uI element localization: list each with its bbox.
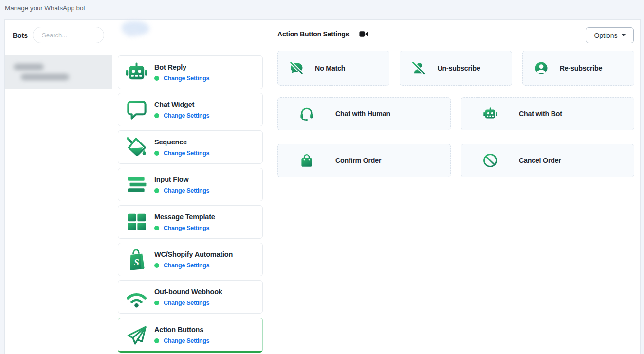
action-card-no-match[interactable]: No Match — [277, 51, 389, 86]
action-card-cancel-order[interactable]: Cancel Order — [461, 144, 634, 177]
comment-icon — [118, 98, 154, 121]
blurred-logo — [122, 21, 149, 35]
user-circle-icon — [523, 61, 560, 75]
main-container: Bots Bot Reply Change Settings Chat Wi — [4, 19, 641, 354]
module-card-out-bound-webhook[interactable]: Out-bound Webhook Change Settings — [118, 280, 263, 314]
bots-panel-header: Bots — [5, 20, 112, 55]
settings-column: Action Button Settings Options No Match … — [270, 20, 640, 354]
change-settings-link[interactable]: Change Settings — [164, 150, 209, 157]
change-settings-row: Change Settings — [154, 300, 259, 306]
change-settings-row: Change Settings — [154, 150, 259, 157]
headset-icon — [278, 106, 335, 121]
status-dot — [154, 263, 159, 268]
settings-title: Action Button Settings — [277, 30, 349, 38]
module-title: Out-bound Webhook — [154, 287, 259, 297]
topbar: Manage your WhatsApp bot — [0, 0, 644, 19]
ban-icon — [461, 153, 519, 168]
module-card-wc-shopify-automation[interactable]: S WC/Shopify Automation Change Settings — [118, 243, 263, 276]
status-dot — [154, 188, 159, 193]
status-dot — [154, 301, 159, 305]
svg-text:S: S — [134, 257, 139, 267]
action-card-label: Un-subscribe — [437, 64, 511, 72]
options-button[interactable]: Options — [586, 27, 634, 43]
paper-plane-icon — [118, 323, 154, 346]
bots-heading: Bots — [13, 32, 28, 39]
action-card-chat-with-human[interactable]: Chat with Human — [277, 97, 451, 130]
status-dot — [154, 338, 159, 343]
action-row-1: No Match Un-subscribe Re-subscribe — [277, 51, 634, 86]
options-button-label: Options — [594, 32, 617, 39]
search-input[interactable] — [33, 27, 104, 43]
module-card-list: Bot Reply Change Settings Chat Widget Ch… — [118, 55, 263, 354]
status-dot — [154, 226, 159, 230]
change-settings-row: Change Settings — [154, 187, 259, 194]
comment-slash-icon — [278, 61, 315, 75]
change-settings-row: Change Settings — [154, 337, 259, 344]
status-dot — [154, 113, 159, 118]
action-buttons-grid: No Match Un-subscribe Re-subscribe Chat … — [277, 51, 634, 177]
module-title: Input Flow — [154, 175, 259, 184]
action-card-confirm-order[interactable]: Confirm Order — [277, 144, 451, 177]
fill-drip-icon — [118, 136, 154, 159]
action-row-2: Chat with Human Chat with Bot — [277, 97, 634, 130]
change-settings-row: Change Settings — [154, 225, 259, 231]
change-settings-link[interactable]: Change Settings — [164, 225, 209, 231]
bot-name-redacted — [14, 64, 44, 70]
change-settings-link[interactable]: Change Settings — [164, 187, 209, 194]
stream-icon — [118, 173, 154, 196]
action-card-label: Chat with Bot — [519, 110, 634, 118]
change-settings-link[interactable]: Change Settings — [164, 112, 209, 119]
action-card-label: Cancel Order — [519, 157, 634, 164]
modules-column: Bot Reply Change Settings Chat Widget Ch… — [112, 20, 270, 354]
module-title: Bot Reply — [154, 63, 259, 72]
module-title: Chat Widget — [154, 100, 259, 109]
action-card-label: Chat with Human — [335, 110, 450, 118]
change-settings-row: Change Settings — [154, 112, 259, 119]
module-title: Sequence — [154, 138, 259, 147]
module-title: WC/Shopify Automation — [154, 250, 259, 259]
change-settings-link[interactable]: Change Settings — [164, 262, 209, 269]
settings-header: Action Button Settings — [277, 30, 368, 38]
status-dot — [154, 151, 159, 156]
grid-icon — [118, 211, 154, 233]
change-settings-row: Change Settings — [154, 262, 259, 269]
module-card-sequence[interactable]: Sequence Change Settings — [118, 130, 263, 164]
module-card-action-buttons[interactable]: Action Buttons Change Settings — [118, 318, 263, 353]
module-card-input-flow[interactable]: Input Flow Change Settings — [118, 168, 263, 201]
module-title: Message Template — [154, 212, 259, 222]
action-card-label: Re-subscribe — [560, 64, 634, 72]
bot-phone-redacted — [21, 74, 69, 80]
bots-panel: Bots — [5, 20, 112, 354]
change-settings-link[interactable]: Change Settings — [164, 337, 209, 344]
change-settings-row: Change Settings — [154, 75, 259, 82]
module-card-chat-widget[interactable]: Chat Widget Change Settings — [118, 93, 263, 126]
module-title: Action Buttons — [154, 325, 259, 335]
action-card-chat-with-bot[interactable]: Chat with Bot — [461, 97, 634, 130]
action-card-label: No Match — [315, 64, 389, 72]
shopify-icon: S — [118, 248, 154, 271]
caret-down-icon — [622, 34, 626, 36]
page-title: Manage your WhatsApp bot — [5, 4, 644, 12]
action-card-un-subscribe[interactable]: Un-subscribe — [400, 51, 512, 86]
wifi-icon — [118, 285, 154, 308]
bot-list-item-selected[interactable] — [5, 55, 112, 88]
shopping-bag-icon — [278, 153, 335, 168]
change-settings-link[interactable]: Change Settings — [164, 300, 209, 306]
module-card-bot-reply[interactable]: Bot Reply Change Settings — [118, 55, 263, 89]
action-card-label: Confirm Order — [335, 157, 450, 164]
robot-icon — [118, 61, 154, 84]
module-card-message-template[interactable]: Message Template Change Settings — [118, 205, 263, 239]
user-slash-icon — [400, 61, 437, 75]
change-settings-link[interactable]: Change Settings — [164, 75, 209, 82]
status-dot — [154, 76, 159, 81]
action-card-re-subscribe[interactable]: Re-subscribe — [522, 51, 634, 86]
video-camera-icon — [359, 31, 368, 37]
action-row-3: Confirm Order Cancel Order — [277, 144, 634, 177]
robot-icon — [461, 106, 519, 121]
